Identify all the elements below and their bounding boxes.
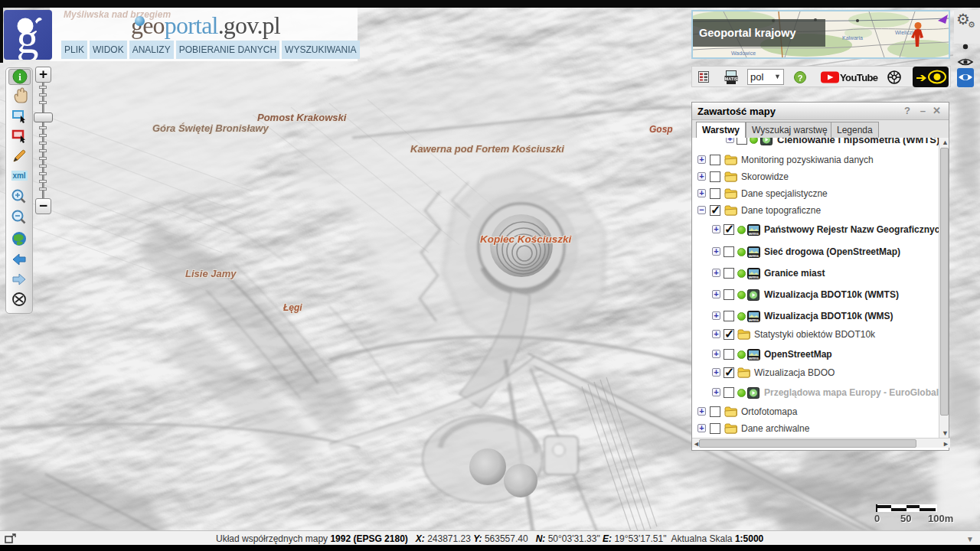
svg-text:Wadowice: Wadowice [731,51,756,56]
svg-text:50: 50 [900,513,911,524]
svg-text:wms: wms [748,231,760,236]
svg-text:?: ? [798,73,803,83]
svg-text:Geoportal krajowy: Geoportal krajowy [699,27,796,39]
svg-text:wms: wms [748,253,760,258]
svg-text:YouTube: YouTube [840,72,878,83]
svg-text:wms: wms [748,356,760,360]
svg-text:xml: xml [12,171,25,180]
svg-text:wms: wms [748,318,760,322]
svg-text:g: g [17,13,39,60]
svg-text:wms: wms [748,275,760,279]
svg-text:MATIS: MATIS [725,77,738,81]
svg-text:i: i [18,71,21,83]
svg-text:100m: 100m [928,513,953,524]
svg-text:Kalwaria: Kalwaria [842,35,863,41]
svg-text:0: 0 [874,513,880,524]
